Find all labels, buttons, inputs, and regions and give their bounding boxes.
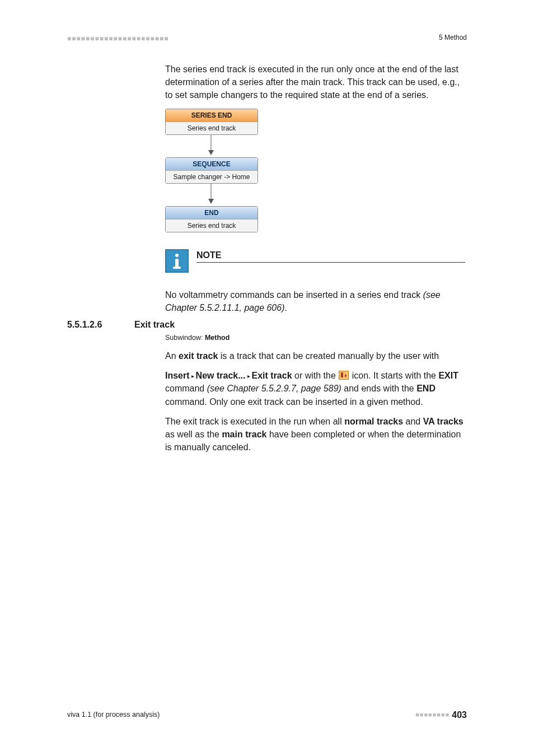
txt: is a track that can be created manually … [218,351,439,361]
txt: command [165,384,207,393]
exit-track-icon [339,371,349,380]
footer-dashes: ■■■■■■■■ [415,711,449,718]
triangle-icon: ▸ [190,373,196,379]
flow-connector [165,135,257,157]
exit-para-3: The exit track is executed in the run wh… [165,415,467,454]
exit-para-2: Insert▸New track...▸Exit track or with t… [165,369,467,408]
subwindow-label: Subwindow: [165,334,205,342]
exit-para-1: An exit track is a track that can be cre… [165,349,467,362]
txt: and ends with the [341,384,416,393]
triangle-icon: ▸ [246,373,252,379]
subwindow-value: Method [205,334,229,342]
exit-ref: (see Chapter 5.5.2.9.7, page 589) [207,384,341,393]
exit-cmd: EXIT [438,371,458,380]
menu-new-track: New track... [196,371,246,380]
note-block: NOTE [165,249,467,273]
footer-product: viva 1.1 (for process analysis) [67,711,160,718]
txt: An [165,351,179,361]
txt: icon. It starts with the [349,371,438,380]
flow-connector [165,184,257,206]
note-body: No voltammetry commands can be inserted … [165,288,467,314]
section-number: 5.5.1.2.6 [67,320,134,330]
flow-series-end: SERIES END Series end track [165,109,258,135]
subwindow-line: Subwindow: Method [165,334,467,342]
va-tracks: VA tracks [423,417,463,426]
txt: and [403,417,423,426]
intro-paragraph: The series end track is executed in the … [165,63,467,102]
note-text: No voltammetry commands can be inserted … [165,290,423,300]
txt: command. Only one exit track can be inse… [165,397,423,407]
flow-series-end-head: SERIES END [166,109,257,122]
menu-exit-track: Exit track [252,371,292,380]
note-title: NOTE [196,249,465,263]
flow-end: END Series end track [165,206,258,232]
header-dashes-left: ■■■■■■■■■■■■■■■■■■■■■■ [67,35,168,43]
page-number: 403 [452,710,467,720]
header-chapter: 5 Method [439,34,467,41]
flow-sequence-sub: Sample changer -> Home [166,170,257,183]
flow-end-sub: Series end track [166,219,257,232]
menu-insert: Insert [165,371,190,380]
section-title: Exit track [134,320,175,330]
exit-track-term: exit track [179,351,218,361]
footer-page: ■■■■■■■■403 [415,710,467,720]
flow-sequence-head: SEQUENCE [166,158,257,170]
main-track: main track [222,430,266,439]
normal-tracks: normal tracks [344,417,403,426]
txt: or with the [292,371,339,380]
note-period: . [285,303,287,312]
txt: The exit track is executed in the run wh… [165,417,344,426]
flow-diagram: SERIES END Series end track SEQUENCE Sam… [165,109,467,232]
end-cmd: END [416,384,435,393]
flow-end-head: END [166,207,257,219]
flow-sequence: SEQUENCE Sample changer -> Home [165,157,258,184]
txt: as well as the [165,430,222,439]
flow-series-end-sub: Series end track [166,122,257,134]
info-icon [165,249,189,273]
